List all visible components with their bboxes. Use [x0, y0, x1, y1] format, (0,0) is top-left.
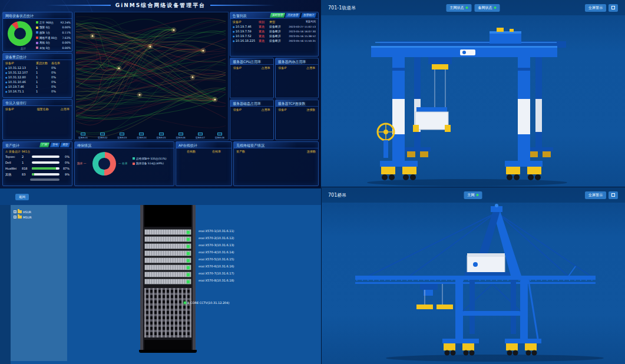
- usage-panel-3: 服务器TCP连接数设备IP连接数: [275, 100, 319, 140]
- topology-node[interactable]: 交换机07: [196, 133, 205, 139]
- tab-1[interactable]: 历史告警: [285, 13, 300, 18]
- legend-row: 故障 1台0.11%: [36, 30, 71, 35]
- server-unit-7[interactable]: [144, 272, 191, 277]
- tree-item-0[interactable]: +HSUR: [14, 209, 64, 214]
- back-button[interactable]: 返回: [15, 194, 29, 200]
- topology-bottom-nodes: 交换机01交换机02交换机03交换机04交换机05交换机06交换机07交换机08: [78, 133, 224, 139]
- table-header: 设备IP重启次数丢包率: [3, 60, 72, 65]
- rack-base: [139, 350, 197, 353]
- switch-icon: [120, 133, 124, 135]
- expand-plus-icon[interactable]: +: [14, 216, 16, 219]
- usage-panel-2: 服务器磁盘占用率设备IP占用率: [230, 100, 274, 140]
- status-led-icon: [187, 266, 190, 269]
- left-strip: [0, 188, 11, 364]
- legend-row: 预警 0台0.00%: [36, 25, 71, 31]
- table-row[interactable]: 10.19.7.52紧急设备断开2023-05-16 15:38:52: [230, 34, 318, 38]
- asset-note: ⚠ 设备总计 941台: [3, 148, 72, 154]
- warranty-donut-chart[interactable]: [92, 152, 116, 176]
- server-unit-3[interactable]: [144, 243, 191, 249]
- server-unit-8[interactable]: [144, 279, 191, 284]
- column-header: 占用率: [54, 107, 70, 111]
- table-row[interactable]: 10.31.12.1310%: [3, 65, 72, 70]
- sts-crane-viewport[interactable]: 701桥吊 主网 全屏显示: [321, 187, 625, 364]
- device-status-legend: 正常 968台92.24%预警 0台0.00%故障 1台0.11%网络不通 80…: [36, 20, 71, 51]
- topology-node[interactable]: 交换机02: [98, 133, 107, 139]
- folder-icon: [18, 216, 22, 219]
- table-row[interactable]: 10.31.10.4610%: [3, 80, 72, 84]
- expand-icon[interactable]: [609, 4, 618, 12]
- switch-icon: [217, 133, 222, 135]
- rack-patch-panel[interactable]: [144, 288, 191, 337]
- topology-node[interactable]: 交换机06: [176, 133, 186, 139]
- status-pill[interactable]: 备网状态: [475, 4, 500, 12]
- server-unit-1[interactable]: [144, 229, 191, 235]
- device-status-panel: 网络设备状态统计 正常 968台92.24%预警 0台0.00%故障 1台0.1…: [2, 12, 72, 52]
- online-dot-icon: [466, 6, 468, 9]
- table-row[interactable]: 10.19.7.46紧急设备断开2023-03-27 11:02:13: [230, 24, 318, 29]
- legend-row: 运维保障中 535台(51%): [133, 156, 173, 161]
- intrusion-panel: 非法入侵排行 设备IP报警名称占用率: [2, 99, 72, 140]
- table-header: 设备IP报警名称占用率: [3, 106, 72, 111]
- server-unit-5[interactable]: [144, 257, 191, 263]
- tab-2[interactable]: 类型: [60, 143, 70, 147]
- legend-row: 脱保设备 514台(49%): [133, 161, 173, 167]
- fullscreen-button[interactable]: 全屏显示: [585, 4, 606, 12]
- vendor-bar-row: HuaWei81887%: [3, 166, 72, 171]
- table-row[interactable]: 10.19.7.4610%: [3, 84, 72, 89]
- panel-title: 资产统计: [5, 142, 19, 148]
- rtg-3d-scene[interactable]: [321, 15, 625, 187]
- switch-icon: [100, 133, 105, 135]
- server-unit-6[interactable]: [144, 264, 191, 270]
- panel-title: 非法入侵排行: [3, 100, 72, 106]
- rtg-crane-viewport[interactable]: 701-1轨道吊 主网状态备网状态 全屏显示: [321, 0, 625, 187]
- server-label: esxi X570-6(10.31.6.16): [199, 264, 234, 268]
- expand-icon[interactable]: [609, 191, 618, 199]
- topology-node[interactable]: 交换机03: [117, 133, 127, 139]
- legend-row: 未知 0台0.00%: [36, 45, 71, 51]
- topology-node[interactable]: 交换机04: [137, 133, 146, 139]
- viewport-header: 701桥吊 主网 全屏显示: [321, 187, 625, 203]
- network-topology-viewport[interactable]: 交换机01交换机02交换机03交换机04交换机05交换机06交换机07交换机08: [74, 12, 229, 140]
- legend-swatch-icon: [133, 157, 135, 160]
- vendor-bar-list: Topsec20%Dell10%HuaWei81887%其他839%: [3, 154, 72, 177]
- table-row[interactable]: 10.31.12.10710%: [3, 70, 72, 75]
- usage-panel-1: 服务器内存占用率设备IP占用率: [275, 58, 319, 98]
- status-led-icon: [187, 280, 190, 283]
- topology-node[interactable]: 交换机01: [78, 133, 88, 139]
- viewport-header: 701-1轨道吊 主网状态备网状态 全屏显示: [321, 0, 625, 15]
- table-row[interactable]: 10.16.18.225紧急设备断开2023-05-16 11:50:31: [230, 38, 318, 43]
- device-status-donut-chart[interactable]: [8, 21, 32, 46]
- asset-tabs: 厂商型号类型: [39, 143, 70, 147]
- table-row[interactable]: 10.16.71.110%: [3, 89, 72, 94]
- page-title: GiNMS综合网络设备管理平台: [115, 2, 206, 9]
- tree-item-1[interactable]: +MSUR: [14, 214, 64, 220]
- table-row[interactable]: 10.31.12.8010%: [3, 75, 72, 80]
- table-header: 资产数连接数: [234, 148, 318, 154]
- topology-node[interactable]: 交换机05: [156, 133, 166, 139]
- tab-0[interactable]: 厂商: [39, 143, 49, 147]
- crane-label: 701桥吊: [328, 192, 346, 198]
- server-unit-2[interactable]: [144, 236, 191, 242]
- panel-title: 告警列表: [233, 12, 247, 19]
- legend-swatch-icon: [133, 163, 135, 165]
- nms-dashboard: GiNMS综合网络设备管理平台 网络设备状态统计 正常 968台92.24%预警…: [0, 0, 321, 188]
- fullscreen-button[interactable]: 全屏显示: [585, 191, 606, 199]
- topology-node[interactable]: 交换机08: [215, 133, 224, 139]
- tab-2[interactable]: 告警统计: [301, 13, 316, 18]
- column-header: 级别: [259, 20, 269, 24]
- server-unit-4[interactable]: [144, 250, 191, 256]
- table-row[interactable]: 10.19.7.59紧急设备断开2023-05-16 16:07:30: [230, 29, 318, 34]
- sts-3d-scene[interactable]: [321, 203, 625, 364]
- status-led-icon: [187, 252, 190, 255]
- status-pill[interactable]: 主网: [464, 191, 482, 199]
- header-wing-right: [210, 5, 275, 6]
- column-header: 资产数: [236, 150, 245, 153]
- vendor-bar-row: Dell10%: [3, 160, 72, 166]
- expand-plus-icon[interactable]: +: [14, 210, 16, 213]
- status-pill[interactable]: 主网状态: [447, 4, 472, 12]
- tab-1[interactable]: 型号: [50, 143, 60, 147]
- tab-0[interactable]: 实时告警: [270, 13, 285, 18]
- status-led-icon: [187, 238, 190, 241]
- column-header: 在线率: [212, 150, 221, 153]
- server-rack[interactable]: [140, 196, 196, 353]
